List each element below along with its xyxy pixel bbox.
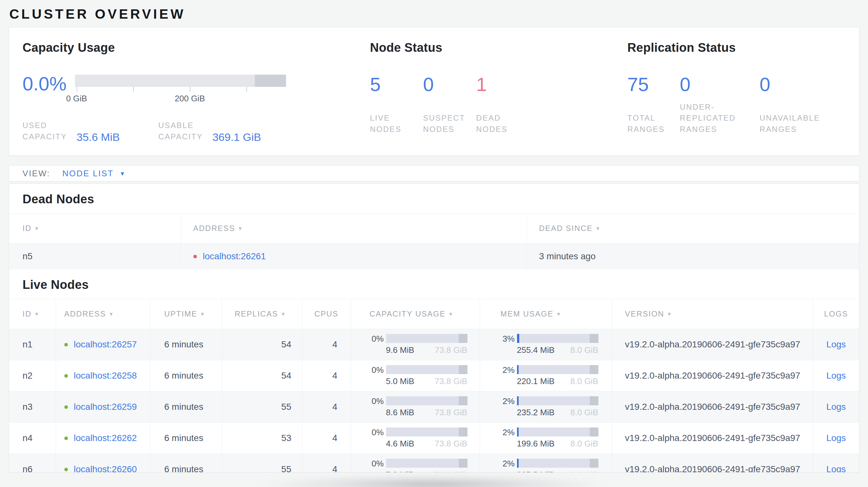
capacity-used-value: 5.0 MiB <box>386 376 414 386</box>
capacity-bar-reserved-segment <box>459 365 467 374</box>
node-version: v19.2.0-alpha.20190606-2491-gfe735c9a97 <box>612 360 813 391</box>
total-ranges-label: TOTAL RANGES <box>627 112 672 135</box>
node-address-link[interactable]: localhost:26262 <box>74 433 137 443</box>
mem-used-value: 225.5 MiB <box>517 470 555 473</box>
sort-caret-icon: ▼ <box>448 312 454 317</box>
node-uptime: 6 minutes <box>150 391 222 422</box>
dead-nodes-heading: Dead Nodes <box>9 184 859 213</box>
mem-usage-bar <box>517 334 598 343</box>
node-replicas: 54 <box>222 360 302 391</box>
node-logs-link[interactable]: Logs <box>826 370 846 381</box>
dead-node-address-link[interactable]: localhost:26261 <box>203 251 266 261</box>
mem-percent-value: 2% <box>501 427 515 437</box>
dead-nodes-stat: 1 DEAD NODES <box>476 73 540 135</box>
node-id: n4 <box>9 422 56 454</box>
capacity-percent-value: 0% <box>370 396 384 406</box>
node-status-title: Node Status <box>370 41 627 55</box>
node-mem-usage: 2% 199.6 MiB 8.0 GiB <box>501 427 612 449</box>
live-col-version[interactable]: VERSION▼ <box>612 299 813 329</box>
capacity-bar-reserved-segment <box>459 427 467 436</box>
mem-used-value: 220.1 MiB <box>517 376 555 386</box>
node-capacity-usage: 0% 5.0 MiB 73.8 GiB <box>370 365 480 386</box>
used-capacity-label: USED CAPACITY <box>23 120 75 142</box>
node-capacity-usage: 0% 4.6 MiB 73.8 GiB <box>370 427 480 449</box>
usable-capacity-stat: USABLE CAPACITY 369.1 GiB <box>158 120 261 142</box>
dead-col-id[interactable]: ID▼ <box>9 214 181 244</box>
node-list-card: Dead Nodes ID▼ ADDRESS▼ DEAD SINCE▼ <box>9 184 859 473</box>
node-logs-link[interactable]: Logs <box>826 402 846 412</box>
used-capacity-value: 35.6 MiB <box>76 131 120 143</box>
page-title: CLUSTER OVERVIEW <box>9 0 859 27</box>
node-logs-link[interactable]: Logs <box>826 339 846 349</box>
table-row: n1 localhost:26257 6 minutes 54 4 0% <box>9 329 859 360</box>
node-address-link[interactable]: localhost:26257 <box>74 339 137 349</box>
capacity-percent-value: 0% <box>370 334 384 344</box>
capacity-total-value: 73.8 GiB <box>435 376 467 386</box>
capacity-bar-reserved-segment <box>459 396 467 405</box>
suspect-nodes-stat: 0 SUSPECT NODES <box>423 73 476 135</box>
capacity-percent: 0.0% <box>23 73 71 104</box>
sort-caret-icon: ▼ <box>238 226 244 231</box>
dead-col-dead-since[interactable]: DEAD SINCE▼ <box>526 214 859 244</box>
mem-usage-bar <box>517 427 598 436</box>
mem-percent-value: 3% <box>501 334 515 344</box>
mem-total-value: 8.0 GiB <box>570 439 598 449</box>
node-address-link[interactable]: localhost:26258 <box>74 370 137 381</box>
node-mem-usage: 2% 235.2 MiB 8.0 GiB <box>501 396 612 418</box>
live-nodes-rows: n1 localhost:26257 6 minutes 54 4 0% <box>9 329 859 473</box>
mem-percent-value: 2% <box>501 365 515 375</box>
suspect-nodes-count: 0 <box>423 73 476 96</box>
capacity-used-value: 4.6 MiB <box>386 439 414 449</box>
capacity-bar-reserved-segment <box>255 75 286 87</box>
mem-used-value: 255.4 MiB <box>517 345 555 355</box>
sort-caret-icon: ▼ <box>34 312 40 317</box>
capacity-used-value: 7.8 MiB <box>386 470 414 473</box>
under-replicated-ranges-label: UNDER-REPLICATED RANGES <box>680 102 739 135</box>
node-logs-link[interactable]: Logs <box>826 464 846 473</box>
node-capacity-usage: 0% 7.8 MiB 73.8 GiB <box>370 459 480 473</box>
sort-caret-icon: ▼ <box>200 312 206 317</box>
live-col-replicas[interactable]: REPLICAS▼ <box>222 299 302 329</box>
capacity-used-value: 9.6 MiB <box>386 345 414 355</box>
node-logs-link[interactable]: Logs <box>826 433 846 443</box>
mem-bar-reserved-segment <box>590 459 598 468</box>
mem-used-value: 235.2 MiB <box>517 408 555 418</box>
live-col-mem-usage[interactable]: MEM USAGE▼ <box>480 299 612 329</box>
node-replicas: 55 <box>222 454 302 473</box>
node-version: v19.2.0-alpha.20190606-2491-gfe735c9a97 <box>612 454 813 473</box>
sort-caret-icon: ▼ <box>556 312 562 317</box>
node-address-link[interactable]: localhost:26259 <box>74 402 137 412</box>
capacity-axis-ticks <box>75 87 286 92</box>
live-col-address[interactable]: ADDRESS▼ <box>56 299 150 329</box>
node-replicas: 53 <box>222 422 302 454</box>
mem-total-value: 8.0 GiB <box>570 376 598 386</box>
mem-usage-bar <box>517 459 598 468</box>
dead-col-address[interactable]: ADDRESS▼ <box>181 214 526 244</box>
view-label: VIEW: <box>23 168 50 178</box>
capacity-usage-bar <box>386 459 467 468</box>
node-cpus: 4 <box>302 391 351 422</box>
live-col-id[interactable]: ID▼ <box>9 299 56 329</box>
mem-bar-reserved-segment <box>590 396 598 405</box>
live-col-capacity-usage[interactable]: CAPACITY USAGE▼ <box>351 299 480 329</box>
capacity-bar-reserved-segment <box>459 459 467 468</box>
node-uptime: 6 minutes <box>150 454 222 473</box>
view-selector-dropdown[interactable]: NODE LIST ▼ <box>62 168 126 178</box>
mem-total-value: 8.0 GiB <box>570 470 598 473</box>
capacity-usage-title: Capacity Usage <box>23 41 370 55</box>
node-id: n1 <box>9 329 56 360</box>
node-cpus: 4 <box>302 360 351 391</box>
node-uptime: 6 minutes <box>150 360 222 391</box>
live-col-uptime[interactable]: UPTIME▼ <box>150 299 222 329</box>
sort-caret-icon: ▼ <box>34 226 40 231</box>
capacity-used-value: 8.6 MiB <box>386 408 414 418</box>
dead-nodes-table: ID▼ ADDRESS▼ DEAD SINCE▼ n5 localhost:26… <box>9 213 859 269</box>
mem-bar-reserved-segment <box>590 365 598 374</box>
live-status-dot-icon <box>64 436 68 440</box>
node-cpus: 4 <box>302 422 351 454</box>
node-id: n6 <box>9 454 56 473</box>
sort-caret-icon: ▼ <box>595 226 601 231</box>
node-address-link[interactable]: localhost:26260 <box>74 464 137 473</box>
live-status-dot-icon <box>64 374 68 378</box>
capacity-bar-reserved-segment <box>459 334 467 343</box>
